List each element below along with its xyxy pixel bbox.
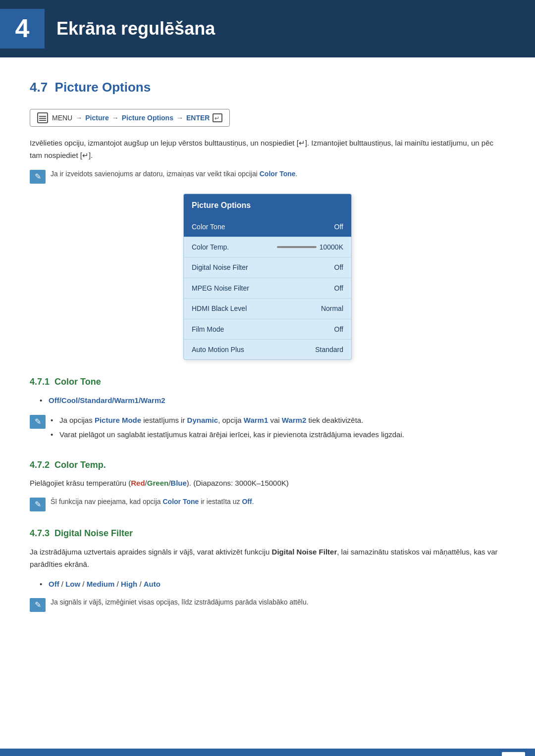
- popup-label-mpeg: MPEG Noise Filter: [192, 283, 249, 294]
- chapter-number: 4: [0, 9, 45, 49]
- dnf-note-text: Ja signāls ir vājš, izmēģiniet visas opc…: [51, 597, 309, 607]
- section-note: Ja ir izveidots savienojums ar datoru, i…: [30, 169, 505, 184]
- menu-path: MENU → Picture → Picture Options → ENTER: [30, 109, 230, 127]
- dnf-body: Ja izstrādājuma uztvertais apraides sign…: [30, 546, 505, 571]
- popup-label-hdmi: HDMI Black Level: [192, 303, 247, 314]
- page-footer: 4 Ekrāna regulēšana 115: [0, 749, 535, 756]
- menu-step-3: ENTER: [186, 112, 210, 123]
- chapter-title: Ekrāna regulēšana: [56, 14, 215, 43]
- note-icon-2: [30, 498, 46, 511]
- popup-label-film: Film Mode: [192, 324, 224, 335]
- section-heading: 4.7 Picture Options: [30, 77, 505, 98]
- popup-value-color-tone: Off: [334, 221, 343, 232]
- popup-row-hdmi: HDMI Black Level Normal: [184, 299, 351, 319]
- color-tone-note-list: Ja opcijas Picture Mode iestatījums ir D…: [51, 414, 404, 443]
- dnf-note: Ja signāls ir vājš, izmēģiniet visas opc…: [30, 597, 505, 612]
- popup-container: Picture Options Color Tone Off Color Tem…: [30, 194, 505, 360]
- popup-row-color-temp: Color Temp. 10000K: [184, 237, 351, 257]
- temp-bar: [277, 246, 317, 248]
- popup-label-dnf: Digital Noise Filter: [192, 262, 248, 273]
- dnf-options: Off / Low / Medium / High / Auto: [40, 578, 505, 591]
- arrow-3: →: [176, 112, 183, 123]
- page-header: 4 Ekrāna regulēšana: [0, 0, 535, 57]
- dnf-options-list: Off / Low / Medium / High / Auto: [40, 578, 505, 591]
- menu-step-1: Picture: [85, 112, 108, 123]
- color-tone-options: Off/Cool/Standard/Warm1/Warm2: [40, 394, 505, 407]
- popup-value-mpeg: Off: [334, 283, 343, 294]
- arrow-2: →: [112, 112, 119, 123]
- popup-row-amp: Auto Motion Plus Standard: [184, 340, 351, 359]
- subsection-4-7-2: 4.7.2 Color Temp. Pielāgojiet krāsu temp…: [30, 458, 505, 511]
- color-temp-note: Šī funkcija nav pieejama, kad opcija Col…: [30, 497, 505, 511]
- note-icon-1: [30, 415, 46, 429]
- arrow-1: →: [75, 112, 82, 123]
- color-temp-body: Pielāgojiet krāsu temperatūru (Red/Green…: [30, 477, 505, 490]
- menu-step-2: Picture Options: [122, 112, 173, 123]
- subsection-4-7-1: 4.7.1 Color Tone Off/Cool/Standard/Warm1…: [30, 375, 505, 443]
- footer-text: 4 Ekrāna regulēšana: [433, 754, 497, 756]
- popup-value-color-temp: 10000K: [277, 242, 343, 252]
- popup-value-hdmi: Normal: [321, 303, 343, 314]
- popup-value-amp: Standard: [315, 344, 343, 355]
- popup-value-film: Off: [334, 324, 343, 335]
- color-tone-note-item-2: Varat pielāgot un saglabāt iestatījumus …: [51, 428, 404, 441]
- subsection-4-7-3: 4.7.3 Digital Noise Filter Ja izstrādāju…: [30, 526, 505, 612]
- popup-row-film: Film Mode Off: [184, 319, 351, 340]
- popup-label-color-temp: Color Temp.: [192, 242, 229, 252]
- color-tone-options-text: Off/Cool/Standard/Warm1/Warm2: [49, 396, 165, 404]
- color-tone-note-item-1: Ja opcijas Picture Mode iestatījums ir D…: [51, 414, 404, 427]
- subsection-4-7-2-heading: 4.7.2 Color Temp.: [30, 458, 505, 472]
- menu-label: MENU: [52, 112, 72, 123]
- color-tone-note-1: Ja opcijas Picture Mode iestatījums ir D…: [30, 414, 505, 443]
- subsection-4-7-3-heading: 4.7.3 Digital Noise Filter: [30, 526, 505, 541]
- subsection-4-7-1-heading: 4.7.1 Color Tone: [30, 375, 505, 389]
- intro-text: Izvēlieties opciju, izmantojot augšup un…: [30, 137, 505, 162]
- color-tone-list: Off/Cool/Standard/Warm1/Warm2: [40, 394, 505, 407]
- popup-label-amp: Auto Motion Plus: [192, 344, 244, 355]
- menu-icon: [37, 112, 48, 123]
- note-icon-3: [30, 598, 46, 612]
- popup-row-mpeg: MPEG Noise Filter Off: [184, 278, 351, 299]
- note-text: Ja ir izveidots savienojums ar datoru, i…: [51, 169, 297, 179]
- footer-page-number: 115: [502, 752, 525, 756]
- note-icon: [30, 170, 46, 184]
- enter-icon: [213, 113, 222, 122]
- popup-row-color-tone: Color Tone Off: [184, 217, 351, 237]
- main-content: 4.7 Picture Options MENU → Picture → Pic…: [0, 57, 535, 756]
- popup-label-color-tone: Color Tone: [192, 221, 225, 232]
- popup-title: Picture Options: [184, 194, 351, 217]
- popup-value-dnf: Off: [334, 262, 343, 273]
- section-4-7: 4.7 Picture Options MENU → Picture → Pic…: [30, 77, 505, 360]
- color-temp-note-text: Šī funkcija nav pieejama, kad opcija Col…: [51, 497, 254, 507]
- picture-options-popup: Picture Options Color Tone Off Color Tem…: [183, 194, 352, 360]
- popup-row-dnf: Digital Noise Filter Off: [184, 257, 351, 278]
